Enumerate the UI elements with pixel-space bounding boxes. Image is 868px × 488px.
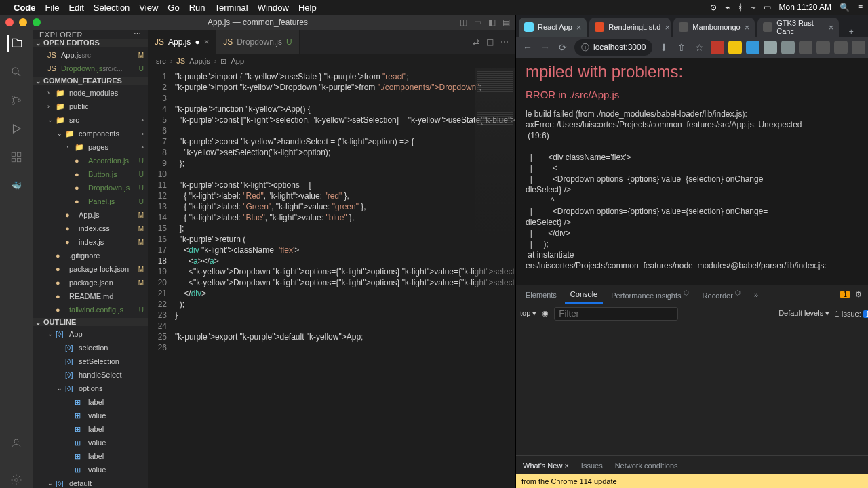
drawer-tab-whatsnew[interactable]: What's New × — [523, 462, 569, 470]
browser-tab[interactable]: React App× — [519, 18, 587, 37]
explorer-icon[interactable] — [7, 35, 24, 52]
compare-icon[interactable]: ⇄ — [473, 37, 479, 47]
menubar-app[interactable]: Code — [14, 3, 36, 13]
outline-header[interactable]: ⌄OUTLINE — [33, 318, 148, 326]
more-icon[interactable]: ⋯ — [134, 30, 142, 39]
forward-icon[interactable]: → — [539, 41, 551, 54]
drawer-tab-network[interactable]: Network conditions — [615, 462, 678, 470]
download-icon[interactable]: ⬇ — [658, 41, 670, 54]
file-tree-item[interactable]: ●App.jsM — [33, 208, 148, 222]
new-tab-button[interactable]: + — [842, 27, 861, 37]
extension-icon[interactable] — [852, 41, 865, 54]
file-tree-item[interactable]: ›📁pages• — [33, 140, 148, 154]
code-editor[interactable]: 1234567891011121314151617181920212223242… — [148, 68, 515, 488]
dt-tab-recorder[interactable]: Recorder ⬡ — [697, 285, 746, 304]
reload-icon[interactable]: ⟳ — [557, 41, 569, 54]
open-editor-item[interactable]: JSDropdown.js src/c...U — [33, 62, 148, 75]
file-tree-item[interactable]: ●Panel.jsU — [33, 195, 148, 208]
back-icon[interactable]: ← — [521, 41, 534, 54]
extension-icon[interactable] — [764, 41, 777, 54]
docker-icon[interactable]: 🐳 — [8, 178, 24, 194]
share-icon[interactable]: ⇧ — [675, 41, 688, 54]
traffic-lights[interactable] — [5, 18, 41, 26]
split-icon[interactable]: ◫ — [486, 37, 494, 47]
menu-terminal[interactable]: Terminal — [215, 3, 248, 13]
bluetooth-icon[interactable]: ᚼ — [738, 3, 743, 12]
file-tree-item[interactable]: ●package-lock.jsonM — [33, 262, 148, 276]
search-icon[interactable] — [8, 64, 24, 80]
open-editors-header[interactable]: ⌄OPEN EDITORS — [33, 39, 148, 47]
outline-item[interactable]: [◊]setSelection — [33, 354, 148, 368]
account-icon[interactable] — [8, 435, 24, 451]
extension-icon[interactable] — [781, 41, 795, 54]
file-tree-item[interactable]: ●Accordion.jsU — [33, 154, 148, 167]
minimize-window-icon[interactable] — [19, 18, 27, 26]
extension-icon[interactable] — [799, 41, 812, 54]
dt-tab-perf[interactable]: Performance insights ⬡ — [606, 285, 694, 304]
extension-icon[interactable] — [728, 41, 742, 54]
file-tree-item[interactable]: ●.gitignore — [33, 249, 148, 262]
menu-file[interactable]: File — [45, 3, 60, 13]
file-tree-item[interactable]: ●README.md — [33, 289, 148, 303]
menu-window[interactable]: Window — [258, 3, 289, 13]
dt-tab-console[interactable]: Console — [565, 286, 603, 304]
file-tree-item[interactable]: ●tailwind.config.jsU — [33, 303, 148, 317]
maximize-window-icon[interactable] — [33, 18, 41, 26]
file-tree-item[interactable]: ●index.cssM — [33, 222, 148, 235]
tab-dropdown-js[interactable]: JS Dropdown.js U — [216, 30, 299, 54]
extension-icon[interactable] — [816, 41, 830, 54]
file-tree-item[interactable]: ●index.jsM — [33, 235, 148, 249]
outline-item[interactable]: ⌄[◊]options — [33, 382, 148, 395]
drawer-tab-issues[interactable]: Issues — [581, 462, 603, 470]
gear-icon[interactable]: ⚙ — [855, 290, 862, 299]
browser-tab[interactable]: RenderingList.d× — [589, 18, 671, 37]
outline-item[interactable]: ⊞label — [33, 422, 148, 436]
console-output[interactable] — [516, 323, 868, 455]
open-editor-item[interactable]: JSApp.js srcM — [33, 48, 148, 62]
outline-item[interactable]: [◊]handleSelect — [33, 368, 148, 382]
browser-tab[interactable]: Mambomongo× — [673, 18, 755, 37]
outline-item[interactable]: ⊞label — [33, 395, 148, 409]
browser-tab[interactable]: GTK3 Rust Canc× — [757, 18, 839, 37]
settings-icon[interactable] — [8, 472, 24, 488]
wifi-icon[interactable]: ⏦ — [751, 3, 755, 12]
status-icon[interactable]: ⌁ — [725, 3, 730, 12]
close-icon[interactable]: × — [745, 22, 750, 33]
menu-help[interactable]: Help — [298, 3, 317, 13]
file-tree-item[interactable]: ⌄📁components• — [33, 127, 148, 140]
url-input[interactable]: ⓘ localhost:3000 — [574, 39, 652, 56]
outline-item[interactable]: ⊞label — [33, 449, 148, 463]
close-icon[interactable]: × — [564, 462, 568, 470]
status-icon[interactable]: ⊙ — [710, 3, 717, 12]
context-selector[interactable]: top ▾ — [520, 309, 536, 318]
minimap[interactable] — [475, 68, 515, 488]
panel-toggle-icon[interactable]: ◧ — [488, 18, 496, 27]
close-window-icon[interactable] — [5, 18, 14, 26]
close-icon[interactable]: × — [665, 22, 670, 33]
menu-go[interactable]: Go — [167, 3, 179, 13]
more-icon[interactable]: ⋯ — [500, 37, 509, 47]
breadcrumb[interactable]: src› JSApp.js› ⊡App — [148, 54, 515, 68]
warning-badge[interactable]: 1 — [840, 291, 850, 298]
eye-icon[interactable]: ◉ — [542, 309, 549, 318]
battery-icon[interactable]: ▭ — [764, 3, 771, 12]
issues-link[interactable]: 1 Issue: 1 — [835, 310, 868, 318]
levels-selector[interactable]: Default levels ▾ — [778, 309, 829, 318]
source-control-icon[interactable] — [8, 92, 24, 108]
close-icon[interactable]: × — [829, 22, 834, 33]
file-tree-item[interactable]: ●package.jsonM — [33, 276, 148, 289]
panel-toggle-icon[interactable]: ▭ — [474, 18, 481, 27]
outline-item[interactable]: ⌄[◊]App — [33, 327, 148, 341]
debug-icon[interactable] — [8, 121, 24, 137]
tab-app-js[interactable]: JS App.js ● × — [148, 30, 216, 54]
menu-view[interactable]: View — [139, 3, 158, 13]
outline-item[interactable]: [◊]selection — [33, 341, 148, 354]
extension-icon[interactable] — [834, 41, 848, 54]
outline-item[interactable]: ⊞value — [33, 436, 148, 449]
dt-tab-elements[interactable]: Elements — [520, 287, 562, 303]
file-tree-item[interactable]: ●Button.jsU — [33, 167, 148, 181]
filter-input[interactable] — [554, 307, 678, 321]
extension-icon[interactable] — [746, 41, 760, 54]
search-icon[interactable]: 🔍 — [840, 3, 850, 12]
clock[interactable]: Mon 11:20 AM — [779, 3, 831, 12]
